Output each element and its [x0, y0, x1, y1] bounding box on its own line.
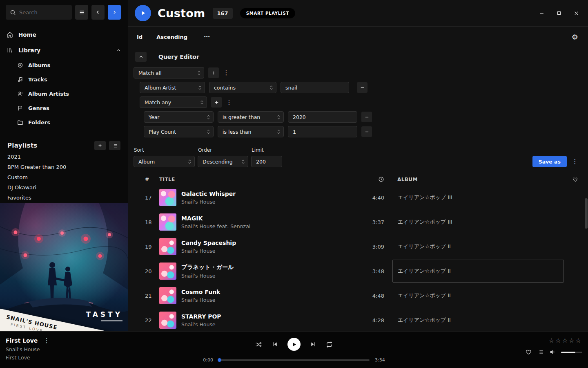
scrollbar-thumb[interactable] [585, 198, 588, 229]
track-artist: Snail's House [181, 273, 360, 279]
add-subrule-button[interactable] [211, 97, 222, 108]
subrule-operator-select[interactable]: is less than [218, 126, 284, 137]
save-options-kebab-icon[interactable] [572, 158, 578, 165]
total-time: 3:34 [375, 357, 387, 363]
rule-group-kebab-icon[interactable] [223, 69, 229, 76]
remove-subrule-button[interactable] [361, 126, 372, 137]
track-album-cell[interactable]: エイリアン☆ポップ II [392, 235, 564, 258]
track-thumbnail [159, 312, 176, 329]
playlist-item[interactable]: BPM Greater than 200 [0, 162, 128, 172]
folder-icon [17, 119, 23, 126]
seek-slider[interactable] [218, 359, 370, 361]
playlist-item[interactable]: Custom [0, 172, 128, 182]
maximize-icon[interactable] [557, 11, 561, 16]
playlist-item[interactable]: DJ Okawari [0, 182, 128, 193]
playlist-item[interactable]: 2021 [0, 152, 128, 162]
track-album-cell[interactable]: エイリアン☆ポップ II [392, 284, 564, 307]
window-controls [539, 11, 579, 16]
sidebar-item-home[interactable]: Home [0, 27, 128, 43]
sort-direction-button[interactable]: Ascending [156, 34, 187, 40]
sort-field-button[interactable]: Id [137, 34, 143, 40]
track-album: エイリアン☆ポップ II [398, 292, 451, 299]
previous-icon[interactable] [272, 341, 278, 348]
table-row[interactable]: 21 Cosmo Funk Snail's House 4:48 エイリアン☆ポ… [128, 283, 588, 308]
sidebar-item-tracks[interactable]: Tracks [0, 72, 128, 87]
track-album-cell[interactable]: エイリアン☆ポップ III [392, 186, 564, 209]
sidebar-item-albums[interactable]: Albums [0, 58, 128, 72]
subrule-value-input[interactable] [288, 111, 357, 123]
queue-icon[interactable] [537, 349, 544, 355]
shuffle-icon[interactable] [255, 341, 262, 348]
close-icon[interactable] [574, 11, 579, 16]
track-duration: 3:37 [360, 219, 384, 225]
add-playlist-button[interactable] [94, 141, 106, 150]
table-row[interactable]: 20 プラネット・ガール Snail's House 3:48 エイリアン☆ポッ… [128, 259, 588, 283]
table-row[interactable]: 19 Candy Spaceship Snail's House 3:09 エイ… [128, 234, 588, 259]
table-row[interactable]: 22 STARRY POP Snail's House 4:28 エイリアン☆ポ… [128, 308, 588, 331]
subgroup-kebab-icon[interactable] [226, 99, 232, 106]
sidebar-item-album-artists[interactable]: Album Artists [0, 87, 128, 101]
track-album-cell[interactable]: エイリアン☆ポップ III [392, 211, 564, 233]
nav-back-button[interactable] [91, 5, 105, 20]
header-index[interactable]: # [145, 177, 159, 182]
nav-forward-button[interactable] [108, 5, 121, 20]
sidebar-item-library[interactable]: Library [0, 43, 128, 58]
more-options-button[interactable]: ⋯ [204, 33, 210, 40]
now-playing-artist[interactable]: Snail's House [6, 346, 50, 352]
player-controls: 0:00 3:34 [201, 337, 387, 363]
volume-icon[interactable] [549, 349, 556, 355]
save-as-button[interactable]: Save as [532, 156, 567, 167]
artwork-label: TASTY [86, 310, 122, 321]
collapse-query-editor-button[interactable] [135, 52, 147, 62]
sort-select[interactable]: Album [134, 156, 195, 167]
heart-icon[interactable] [569, 177, 578, 182]
playlist-item[interactable]: Favorites [0, 193, 128, 203]
subrule-field-select[interactable]: Year [144, 111, 214, 123]
search-input[interactable] [19, 9, 64, 16]
now-playing-kebab-icon[interactable] [43, 337, 50, 344]
next-icon[interactable] [310, 341, 316, 348]
limit-input[interactable] [251, 156, 282, 167]
clock-icon[interactable] [360, 176, 384, 182]
minimize-icon[interactable] [539, 11, 544, 16]
chevron-up-icon[interactable] [116, 48, 121, 53]
favorite-heart-icon[interactable] [526, 349, 532, 355]
sidebar: Home Library Albums Tracks [0, 0, 128, 331]
sidebar-item-genres[interactable]: Genres [0, 101, 128, 115]
subrule-operator-select[interactable]: is greater than [218, 111, 284, 123]
sidebar-item-folders[interactable]: Folders [0, 115, 128, 130]
table-row[interactable]: 17 Galactic Whisper Snail's House 4:40 エ… [128, 185, 588, 210]
rule-field-select[interactable]: Album Artist [140, 82, 205, 93]
rule-value-input[interactable] [281, 82, 349, 93]
menu-button[interactable] [75, 5, 88, 20]
track-album-cell[interactable]: エイリアン☆ポップ II [392, 260, 564, 283]
table-row[interactable]: 18 MAGIK Snail's House feat. Sennzai 3:3… [128, 210, 588, 234]
seek-handle[interactable] [218, 358, 221, 362]
volume-slider[interactable] [561, 352, 582, 353]
order-select[interactable]: Descending [198, 156, 248, 167]
match-any-select[interactable]: Match any [140, 96, 207, 108]
subrule-value-input[interactable] [288, 126, 357, 137]
match-all-select[interactable]: Match all [134, 67, 204, 79]
search-box[interactable] [6, 5, 72, 20]
header-album[interactable]: ALBUM [397, 177, 569, 182]
now-playing-artwork[interactable]: SNAIL'S HOUSE FIRST LOVE TASTY [0, 203, 128, 331]
playlist-list-button[interactable] [109, 141, 120, 150]
track-album-cell[interactable]: エイリアン☆ポップ II [392, 309, 564, 331]
rule-operator-select[interactable]: contains [209, 82, 276, 93]
rating-stars[interactable]: ☆☆☆☆☆ [549, 337, 582, 344]
now-playing-album[interactable]: First Love [6, 355, 50, 361]
track-duration: 4:28 [360, 317, 384, 323]
subrule-field-select[interactable]: Play Count [144, 126, 214, 137]
repeat-icon[interactable] [326, 341, 333, 348]
track-duration: 4:48 [360, 293, 384, 299]
query-editor-title: Query Editor [158, 54, 199, 60]
elapsed-time: 0:00 [201, 357, 213, 363]
play-playlist-button[interactable] [135, 5, 151, 21]
remove-subrule-button[interactable] [361, 112, 372, 122]
remove-rule-button[interactable] [357, 82, 368, 93]
header-title[interactable]: TITLE [159, 177, 360, 182]
gear-icon[interactable] [572, 33, 578, 41]
add-rule-button[interactable] [208, 67, 219, 78]
play-pause-button[interactable] [287, 338, 301, 351]
